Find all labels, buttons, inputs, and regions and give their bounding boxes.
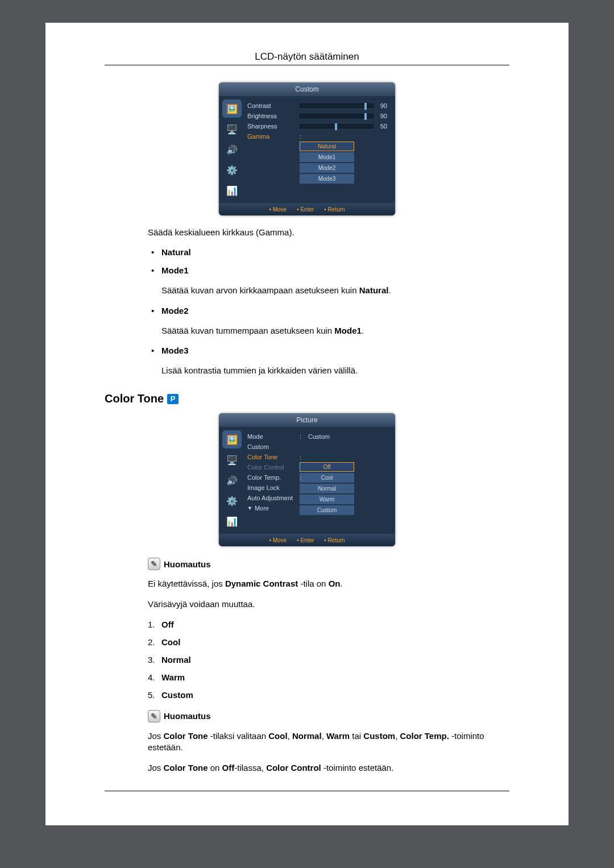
txt: tai — [350, 731, 363, 741]
note-heading: ✎ Huomautus — [148, 558, 509, 570]
osd-gamma-row[interactable]: Gamma : — [247, 131, 387, 142]
osd-picture-tab-icon[interactable]: 🖼️ — [222, 430, 242, 448]
txt-bold: Mode1 — [334, 326, 362, 335]
txt-bold: Color Tone — [164, 731, 208, 741]
note-label: Huomautus — [164, 559, 211, 569]
osd-footer-move: Move — [269, 206, 287, 213]
osd-setup-tab-icon[interactable]: ⚙️ — [222, 161, 242, 179]
opt-custom: 5.Custom — [148, 690, 509, 700]
osd-body: 🖼️ 🖥️ 🔊 ⚙️ 📊 Mode : Custom Custom Color … — [219, 427, 395, 534]
divider — [105, 791, 509, 791]
note2-text: Jos Color Tone -tilaksi valitaan Cool, N… — [148, 730, 509, 754]
note3-text: Jos Color Tone on Off-tilassa, Color Con… — [148, 762, 509, 774]
osd-autoadj-label: Auto Adjustment — [247, 495, 300, 501]
opt-label: Custom — [161, 690, 193, 700]
txt: Jos — [148, 731, 164, 741]
opt-warm: 4.Warm — [148, 672, 509, 682]
osd-mode-row[interactable]: Mode : Custom — [247, 431, 387, 442]
osd-colortemp-label: Color Temp. — [247, 474, 300, 481]
bullet-mode3: Mode3 Lisää kontrastia tummien ja kirkka… — [148, 346, 509, 376]
bullet-mode3-label: Mode3 — [161, 346, 189, 355]
osd-imagelock-label: Image Lock — [247, 484, 300, 491]
note1-text: Ei käytettävissä, jos Dynamic Contrast -… — [148, 578, 509, 589]
osd-custom-row[interactable]: Custom — [247, 442, 387, 452]
osd-body: 🖼️ 🖥️ 🔊 ⚙️ 📊 Contrast 90 Brightness 90 — [219, 96, 395, 203]
osd-screen-tab-icon[interactable]: 🖥️ — [222, 120, 242, 138]
p-badge-icon: P — [167, 394, 179, 404]
osd-gamma-opt-natural[interactable]: Natural — [300, 142, 354, 151]
txt-bold: On — [329, 579, 341, 588]
osd-tone-opt-warm[interactable]: Warm — [300, 495, 354, 504]
bullet-natural: Natural — [148, 247, 509, 258]
opt-label: Normal — [161, 655, 191, 665]
divider — [105, 65, 509, 65]
osd-tone-opt-off[interactable]: Off — [300, 462, 354, 472]
note-heading-2: ✎ Huomautus — [148, 710, 509, 722]
txt-bold: Color Temp. — [400, 731, 449, 741]
txt-bold: Off — [222, 763, 235, 773]
osd-sharpness-slider[interactable] — [300, 124, 374, 128]
colon: : — [300, 474, 305, 481]
osd-sharpness-value: 50 — [377, 123, 387, 130]
osd-tone-opt-cool[interactable]: Cool — [300, 473, 354, 483]
colon: : — [300, 433, 305, 440]
osd-multi-tab-icon[interactable]: 📊 — [222, 181, 242, 200]
osd-contrast-row[interactable]: Contrast 90 — [247, 101, 387, 111]
osd-sharpness-row[interactable]: Sharpness 50 — [247, 121, 387, 131]
osd-picture-tab-icon[interactable]: 🖼️ — [222, 99, 242, 118]
osd-gamma-opt-mode1[interactable]: Mode1 — [300, 152, 354, 162]
osd-footer-move: Move — [269, 537, 287, 543]
txt: , — [322, 731, 326, 741]
txt: Ei käytettävissä, jos — [148, 579, 225, 588]
txt-bold: Warm — [326, 731, 350, 741]
osd-mode-label: Mode — [247, 433, 300, 440]
osd-gamma-opt-mode3[interactable]: Mode3 — [300, 174, 354, 184]
osd-colortone-label: Color Tone — [247, 454, 300, 460]
txt: . — [388, 285, 391, 295]
osd-colortone-row[interactable]: Color Tone : — [247, 452, 387, 462]
osd-audio-tab-icon[interactable]: 🔊 — [222, 140, 242, 159]
osd-footer: Move Enter Return — [219, 203, 395, 215]
osd-custom-panel: Custom 🖼️ 🖥️ 🔊 ⚙️ 📊 Contrast 90 Brightne… — [219, 82, 395, 215]
txt-bold: Dynamic Contrast — [225, 579, 298, 588]
txt-bold: Color Tone — [164, 763, 208, 773]
page-title: LCD-näytön säätäminen — [105, 51, 509, 63]
osd-tone-opt-custom[interactable]: Custom — [300, 505, 354, 515]
osd-icon-column: 🖼️ 🖥️ 🔊 ⚙️ 📊 — [219, 96, 245, 203]
bullet-natural-label: Natural — [161, 247, 191, 257]
txt-bold: Natural — [359, 285, 389, 295]
bullet-mode2: Mode2 Säätää kuvan tummempaan asetukseen… — [148, 306, 509, 337]
osd-brightness-row[interactable]: Brightness 90 — [247, 111, 387, 121]
osd-audio-tab-icon[interactable]: 🔊 — [222, 471, 242, 489]
bullet-mode2-desc: Säätää kuvan tummempaan asetukseen kuin … — [161, 325, 509, 337]
osd-footer-enter: Enter — [297, 206, 314, 213]
bullet-mode3-desc: Lisää kontrastia tummien ja kirkkaiden v… — [161, 365, 509, 376]
bullet-mode2-label: Mode2 — [161, 306, 189, 315]
osd-multi-tab-icon[interactable]: 📊 — [222, 512, 242, 530]
note-icon: ✎ — [148, 558, 160, 570]
txt: . — [362, 326, 364, 335]
gamma-intro: Säädä keskialueen kirkkaus (Gamma). — [148, 227, 509, 238]
osd-footer-return: Return — [324, 206, 345, 213]
osd-brightness-slider[interactable] — [300, 114, 374, 118]
osd-header: Picture — [219, 413, 395, 427]
osd-contrast-slider[interactable] — [300, 103, 374, 108]
document-page: LCD-näytön säätäminen Custom 🖼️ 🖥️ 🔊 ⚙️ … — [45, 23, 569, 825]
osd-sharpness-label: Sharpness — [247, 123, 300, 130]
txt: -toiminto estetään. — [321, 763, 394, 773]
osd-colorcontrol-label: Color Control — [247, 464, 300, 471]
opt-label: Warm — [161, 672, 185, 682]
osd-header: Custom — [219, 82, 395, 96]
osd-gamma-opt-mode2[interactable]: Mode2 — [300, 163, 354, 173]
txt-bold: Color Control — [266, 763, 321, 773]
txt: Säätää kuvan arvon kirkkaampaan asetukse… — [161, 285, 359, 295]
chevron-down-icon: ▼ — [247, 505, 252, 511]
opt-label: Cool — [161, 637, 180, 647]
txt: -tila on — [298, 579, 328, 588]
txt: Jos — [148, 763, 164, 773]
opt-off: 1.Off — [148, 620, 509, 629]
txt: -tilassa, — [234, 763, 266, 773]
osd-setup-tab-icon[interactable]: ⚙️ — [222, 492, 242, 510]
osd-screen-tab-icon[interactable]: 🖥️ — [222, 451, 242, 469]
osd-tone-opt-normal[interactable]: Normal — [300, 484, 354, 493]
